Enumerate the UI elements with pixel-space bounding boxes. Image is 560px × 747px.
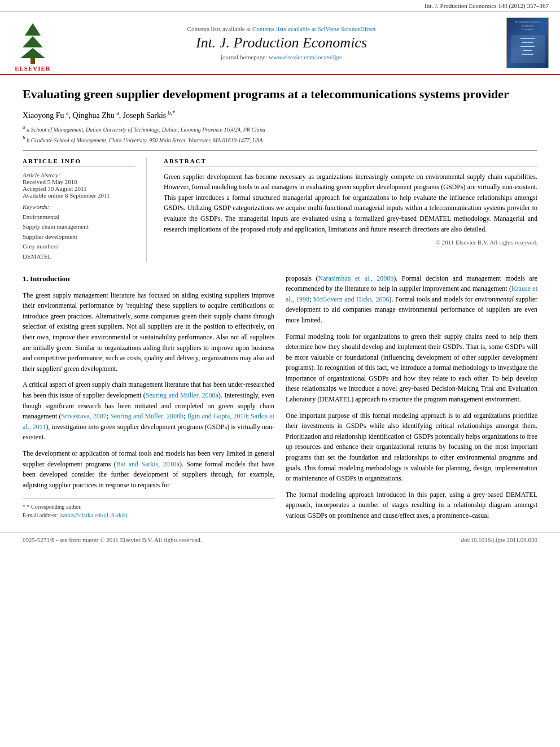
right-para-3: One important purpose of this formal mod… (286, 410, 537, 484)
accepted-date: Accepted 30 August 2011 (23, 185, 135, 192)
copyright-line: © 2011 Elsevier B.V. All rights reserved… (164, 239, 537, 246)
affiliation-b: b b Graduate School of Management, Clark… (23, 135, 537, 143)
footnote-corresponding-label: * Corresponding author. (27, 504, 82, 510)
article-info-column: ARTICLE INFO Article history: Received 5… (23, 158, 147, 262)
right-para-1: proposals (Narasimhan et al., 2008b). Fo… (286, 273, 537, 326)
contents-label: Contents lists available at (187, 25, 252, 32)
elsevier-logo: ELSEVIER (11, 23, 56, 63)
author-sep2: , Joseph Sarkis (119, 111, 168, 119)
section-number: 1. (23, 274, 28, 283)
email-label-text: E-mail address: (23, 512, 58, 518)
journal-homepage: journal homepage: www.elsevier.com/locat… (62, 54, 501, 60)
ref-ilgin[interactable]: Ilgin and Gupta, 2010 (187, 412, 247, 420)
header-divider (23, 150, 537, 151)
page-footer: 0925-5273/$ - see front matter © 2011 El… (0, 532, 560, 547)
sciverse-link[interactable]: Contents lists available at SciVerse Sci… (252, 25, 375, 32)
keywords-list: Environmental Supply chain management Su… (23, 212, 135, 262)
aff-a-text: a School of Management, Dalian Universit… (27, 126, 265, 133)
ref-mcgovern[interactable]: McGovern and Hicks, 2006 (313, 295, 390, 303)
email-link[interactable]: jsarkis@clarku.edu (J. Sarkis). (59, 512, 129, 518)
thumb-content: ▬▬▬▬▬▬▬▬▬▬▬▬▬▬▬▬▬▬▬▬▬ (511, 35, 545, 63)
journal-thumbnail: international journal ofproductioneconom… (506, 18, 549, 68)
body-right-column: proposals (Narasimhan et al., 2008b). Fo… (286, 273, 537, 527)
article-info-label: ARTICLE INFO (23, 158, 135, 167)
footer-issn: 0925-5273/$ - see front matter © 2011 El… (23, 536, 202, 543)
tree-mid-icon (23, 36, 43, 47)
journal-header: ELSEVIER Contents lists available at Con… (0, 12, 560, 75)
author-sep1: , Qinghua Zhu (68, 111, 116, 119)
intro-para-2: A critical aspect of green supply chain … (23, 379, 274, 443)
ref-srivastava[interactable]: Srivastava, 2007 (62, 412, 107, 420)
logo-box: ELSEVIER (11, 23, 54, 63)
footnote-email: E-mail address: jsarkis@clarku.edu (J. S… (23, 511, 274, 519)
sciverse-line: Contents lists available at Contents lis… (62, 25, 501, 32)
keyword-2: Supply chain management (23, 222, 135, 232)
ref-bai2010a[interactable]: Bai and Sarkis, 2010a (116, 460, 180, 468)
abstract-column: ABSTRACT Green supplier development has … (164, 158, 537, 262)
keyword-1: Environmental (23, 212, 135, 222)
info-abstract-block: ARTICLE INFO Article history: Received 5… (23, 158, 537, 262)
ref-seuring2008b[interactable]: Seuring and Müller, 2008b (110, 412, 183, 420)
intro-para-3: The development or application of formal… (23, 448, 274, 490)
main-content: Evaluating green supplier development pr… (0, 86, 560, 527)
homepage-label: journal homepage: (221, 54, 267, 60)
footer-doi: doi:10.1016/j.ijpe.2011.08.030 (461, 536, 537, 543)
abstract-text: Green supplier development has become ne… (164, 172, 537, 235)
keywords-label: Keywords: (23, 203, 135, 210)
homepage-url[interactable]: www.elsevier.com/locate/ijpe (269, 54, 342, 60)
section1-heading: 1. Introduction (23, 273, 274, 285)
italic-environmental: environmental (475, 295, 514, 303)
received-date: Received 5 May 2010 (23, 178, 135, 185)
intro-para-1: The green supply management literature h… (23, 290, 274, 374)
body-content: 1. Introduction The green supply managem… (23, 273, 537, 527)
keyword-5: DEMATEL (23, 252, 135, 262)
author-fu: Xiaoyong Fu (23, 111, 66, 119)
body-left-column: 1. Introduction The green supply managem… (23, 273, 274, 527)
aff-a-marker: a (23, 124, 25, 130)
elsevier-wordmark: ELSEVIER (11, 65, 54, 72)
ref-seuring2008a[interactable]: Seuring and Müller, 2008a (146, 391, 218, 399)
right-para-2: Formal modeling tools for organizations … (286, 331, 537, 405)
history-label: Article history: (23, 172, 135, 178)
keyword-4: Grey numbers (23, 242, 135, 252)
aff-b-marker: b (23, 135, 25, 141)
aff-b-text: b Graduate School of Management, Clark U… (27, 137, 262, 143)
logo-tree-icon (11, 23, 54, 64)
abstract-label: ABSTRACT (164, 158, 537, 167)
citation-bar: Int. J. Production Economics 140 (2012) … (0, 0, 560, 12)
article-title: Evaluating green supplier development pr… (23, 86, 537, 103)
section-title: Introduction (30, 274, 70, 283)
header-center: Contents lists available at Contents lis… (62, 25, 501, 60)
tree-top-icon (25, 23, 41, 36)
available-date: Available online 8 September 2011 (23, 192, 135, 199)
keyword-3: Supplier development (23, 232, 135, 242)
footnote-corresponding: * * Corresponding author. (23, 503, 274, 511)
affiliation-a: a a School of Management, Dalian Univers… (23, 124, 537, 133)
footnote-section: * * Corresponding author. E-mail address… (23, 499, 274, 519)
authors-line: Xiaoyong Fu a, Qinghua Zhu a, Joseph Sar… (23, 110, 537, 120)
history-row: Article history: Received 5 May 2010 Acc… (23, 172, 135, 199)
tree-trunk-icon (30, 58, 35, 64)
footnote-star: * (23, 504, 27, 510)
affil-b-sup: b,* (168, 110, 176, 116)
tree-bot-icon (20, 48, 45, 58)
right-para-4: The formal modeling approach introduced … (286, 490, 537, 521)
thumb-title-text: international journal ofproductioneconom… (514, 20, 540, 32)
citation-text: Int. J. Production Economics 140 (2012) … (425, 2, 549, 9)
ref-narasimhan[interactable]: Narasimhan et al., 2008b (318, 274, 394, 282)
journal-title: Int. J. Production Economics (62, 34, 501, 51)
